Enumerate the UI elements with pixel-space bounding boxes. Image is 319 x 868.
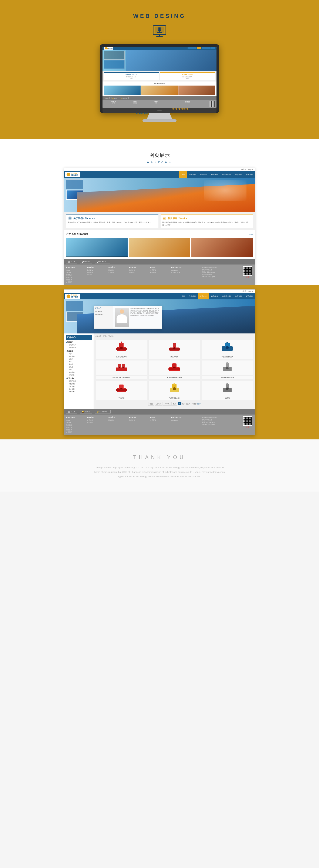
- footer-mail-1[interactable]: MAIL: [66, 260, 77, 264]
- nav2-products[interactable]: 产品中心: [198, 293, 209, 300]
- svg-rect-4: [158, 27, 161, 30]
- nav2-about[interactable]: 关于我们: [187, 293, 198, 300]
- svg-rect-34: [226, 342, 228, 343]
- spacer-white-1: [0, 139, 319, 148]
- svg-rect-44: [168, 368, 180, 370]
- sidebar-2: 产品中心 ▶ 阀组系列 • 采油树系列 • 防喷器系列 ▶ 钻修设备 • 沉井: [64, 334, 94, 409]
- nav-home-1[interactable]: 首页: [179, 171, 187, 178]
- about-title-1: 关于我们 / About us: [73, 217, 95, 220]
- nav-products-1[interactable]: 产品中心: [198, 171, 209, 178]
- svg-rect-56: [173, 383, 175, 384]
- monitor-chin: [102, 108, 217, 113]
- sidebar-section-1: ▶ 阀组系列: [66, 341, 92, 343]
- lang-switch-1[interactable]: 中文版 | English: [241, 168, 253, 170]
- popup-text: 公司目前已有大量成套石油机械产品,并以这样完整的产品系列,在国内外市场上取得了广…: [130, 308, 160, 317]
- product-card-4[interactable]: 平板式节流截止阀整套阀组: [95, 360, 147, 380]
- website-mockup-2: 中文版 | English T·YANG 腾洋集团 首页 关于我们 产品中心 粒…: [64, 289, 255, 435]
- product-section-1: 产品系列 / Product +more: [64, 230, 255, 259]
- service-title-1: 售后服务 / Service: [168, 217, 187, 220]
- lang-switch-2[interactable]: 中文版 | English: [241, 290, 253, 292]
- svg-rect-3: [156, 36, 163, 37]
- product-card-7[interactable]: 平板闸阀: [95, 381, 147, 400]
- nav-subsidiary-1[interactable]: 集团子公司: [220, 171, 233, 178]
- nav2-news[interactable]: 动态资讯: [233, 293, 244, 300]
- webdesign-title: WEB DESING: [0, 13, 319, 19]
- nav2-contact[interactable]: 联系我们: [244, 293, 255, 300]
- footer-news-col: News 公司新闻行业资讯: [150, 266, 169, 283]
- page-first[interactable]: 首页: [148, 402, 154, 406]
- sidebar-section-2: ▶ 钻修设备: [66, 350, 92, 352]
- product-card-3[interactable]: 平板式节流截止阀: [202, 340, 253, 359]
- page-prev[interactable]: 上一页: [155, 402, 162, 406]
- thankyou-title: THANK YOU: [0, 454, 319, 460]
- svg-point-33: [226, 346, 229, 349]
- nav-news-1[interactable]: 动态资讯: [233, 171, 244, 178]
- product-card-2[interactable]: 液压式闸阀: [149, 340, 200, 359]
- svg-point-59: [226, 388, 229, 390]
- about-text-1: 腾洋集团创立于河内省地图城市。目前下属子公司十几家，员工2500多人，资产在10…: [68, 221, 157, 224]
- footer-news-1[interactable]: NEWS: [80, 260, 92, 264]
- nav2-subsidiary[interactable]: 集团子公司: [220, 293, 233, 300]
- product-more-1[interactable]: +more: [247, 233, 253, 235]
- nav-about-1[interactable]: 关于我们: [187, 171, 198, 178]
- product-item-2[interactable]: [129, 238, 190, 257]
- footer2-news: News 公司新闻: [150, 416, 169, 433]
- monitor-base: [142, 119, 177, 122]
- footer-contact-1[interactable]: CONTACT: [95, 260, 110, 264]
- main-content-2: 您的位置：首页 > 产品中心: [94, 334, 255, 409]
- webpage-display-title: 网页展示: [0, 152, 319, 158]
- footer-cols-1: About Us AboutJoin Us腾洋概况企业文化荣誉资质人才招聘 Pr…: [64, 265, 255, 285]
- product-card-9[interactable]: 截流阀: [202, 381, 253, 400]
- footer2-service: Service 维修服务: [108, 416, 128, 433]
- webpage-display-subtitle: WEBPAGE: [0, 160, 319, 163]
- service-text-1: 腾洋集团在全国设有30余个服务站和维修中心。同时成立了一个7×24小时的专业维修…: [162, 221, 251, 226]
- nav-bar-1: T·YANG 腾洋集团 首页 关于我们 产品中心 粒品服务 集团子公司 动态资讯…: [64, 171, 255, 178]
- page-jump[interactable]: 跳转: [197, 403, 200, 405]
- product-card-8[interactable]: 气动节流截止阀: [149, 381, 200, 400]
- logo-2: T·YANG 腾洋集团: [65, 294, 80, 299]
- product-card-1[interactable]: 压力式平板闸阀: [95, 340, 147, 359]
- svg-point-23: [120, 347, 123, 349]
- product-card-5[interactable]: 液压平板闸阀整套阀组: [149, 360, 200, 380]
- product-card-6[interactable]: 液压平板手动节流阀: [202, 360, 253, 380]
- footer-cols-2: About Us AboutJoin Us腾洋概况企业文化荣誉资质人才招聘 Pr…: [64, 414, 255, 435]
- footer-contact-2[interactable]: ⚡ CONTACT: [95, 410, 110, 413]
- product-title-1: 产品系列 / Product: [66, 232, 88, 236]
- page-last[interactable]: 末页: [171, 402, 178, 406]
- nav-contact-1[interactable]: 联系我们: [244, 171, 255, 178]
- page-1[interactable]: 1: [178, 402, 182, 405]
- monitor-frame: 腾洋集团: [100, 44, 219, 113]
- svg-rect-48: [226, 362, 228, 364]
- popup-nav-item-2[interactable]: • 产品分类2: [95, 313, 111, 316]
- product-item-3[interactable]: [191, 238, 253, 257]
- footer-icons-2: MAIL 🔔 NEWS ⚡ CONTACT: [64, 409, 255, 414]
- svg-point-39: [123, 367, 124, 368]
- footer-about-col: About Us AboutJoin Us腾洋概况企业文化荣誉资质人才招聘: [66, 266, 86, 283]
- svg-point-47: [226, 367, 229, 369]
- monitor-stand: [147, 113, 172, 119]
- nav2-home[interactable]: 首页: [179, 293, 187, 300]
- footer-qr-1: 微博: [242, 266, 253, 283]
- thankyou-text: Changsha-new Ying Digital Technology Co.…: [94, 465, 225, 479]
- footer-mail-2[interactable]: MAIL: [66, 410, 77, 413]
- svg-rect-43: [173, 363, 176, 364]
- footer-service-col: Service 维修服务定期保养: [108, 266, 128, 283]
- page-next[interactable]: 下一页: [163, 402, 171, 406]
- nav-service-1[interactable]: 粒品服务: [209, 171, 220, 178]
- popup-nav-item-1[interactable]: • 石油设备: [95, 310, 111, 313]
- nav2-service[interactable]: 粒品服务: [209, 293, 220, 300]
- svg-rect-24: [121, 342, 122, 343]
- orange-band-1: 中文版 | English T·YANG 腾洋集团 首页 关于我们 产品中心 粒…: [0, 285, 319, 439]
- sidebar-title: 产品中心: [66, 335, 92, 340]
- footer-icons-1: MAIL NEWS CONTACT: [64, 259, 255, 265]
- footer-partner-col: Partner 战略合作合作加盟: [129, 266, 149, 283]
- footer2-partner: Partner 战略合作: [129, 416, 149, 433]
- footer-news-2[interactable]: 🔔 NEWS: [80, 410, 92, 413]
- breadcrumb-2: 您的位置：首页 > 产品中心: [95, 335, 253, 338]
- svg-point-55: [173, 387, 176, 390]
- footer2-product: Product 产品名称产品分类: [87, 416, 106, 433]
- hero-banner-1: [64, 178, 255, 212]
- deco-wavy-left: ≈≈≈≈≈≈: [172, 106, 189, 111]
- footer2-qr: 微博: [242, 416, 253, 433]
- product-item-1[interactable]: [66, 238, 128, 257]
